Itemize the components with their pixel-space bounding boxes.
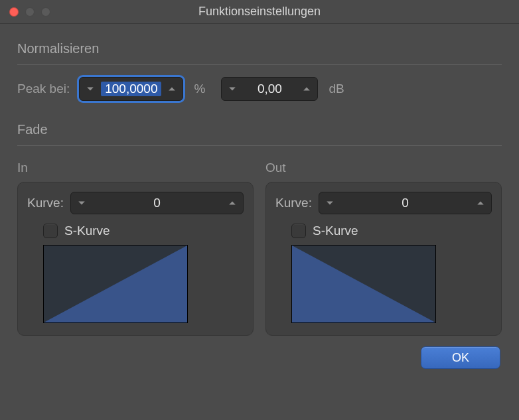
peak-db-value[interactable]: 0,00 xyxy=(243,82,296,96)
titlebar: Funktionseinstellungen xyxy=(0,0,519,24)
fade-out-scurve-row: S-Kurve xyxy=(275,224,492,238)
fade-in-box: Kurve: 0 S-Kurve xyxy=(17,182,254,336)
chevron-down-icon xyxy=(86,85,94,93)
fade-in-label: In xyxy=(17,158,254,182)
peak-percent-inc[interactable] xyxy=(161,78,183,100)
chevron-up-icon xyxy=(168,85,176,93)
peak-label: Peak bei: xyxy=(17,82,70,96)
fade-in-scurve-label: S-Kurve xyxy=(64,224,110,238)
fade-in-curve-value[interactable]: 0 xyxy=(92,196,222,210)
fade-columns: In Kurve: 0 S-Kurve xyxy=(17,158,502,336)
chevron-down-icon xyxy=(228,85,236,93)
fade-in-curve-dec[interactable] xyxy=(71,192,92,214)
fade-out-curve-value[interactable]: 0 xyxy=(340,196,470,210)
fade-out-curve-dec[interactable] xyxy=(319,192,340,214)
chevron-down-icon xyxy=(326,199,334,207)
db-unit: dB xyxy=(327,82,345,96)
fade-in-curve-stepper[interactable]: 0 xyxy=(70,192,244,214)
peak-db-dec[interactable] xyxy=(222,78,243,100)
fade-in-scurve-checkbox[interactable] xyxy=(43,224,58,238)
fade-out-curve-inc[interactable] xyxy=(470,192,491,214)
chevron-up-icon xyxy=(477,199,484,207)
peak-row: Peak bei: 100,0000 % 0,00 dB xyxy=(17,77,502,101)
ok-button[interactable]: OK xyxy=(421,346,500,369)
percent-unit: % xyxy=(192,82,206,96)
peak-percent-dec[interactable] xyxy=(80,78,101,100)
content: Normalisieren Peak bei: 100,0000 % 0,00 … xyxy=(0,24,519,384)
fade-out-scurve-label: S-Kurve xyxy=(313,224,358,238)
fade-in-curve-label: Kurve: xyxy=(27,196,64,210)
fade-out-curve-preview xyxy=(291,245,436,323)
fade-out-curve-label: Kurve: xyxy=(275,196,312,210)
fade-out-scurve-checkbox[interactable] xyxy=(291,224,306,238)
chevron-down-icon xyxy=(78,199,86,207)
fade-out-column: Out Kurve: 0 S-Kurv xyxy=(265,158,502,336)
fade-in-curve-inc[interactable] xyxy=(222,192,243,214)
fade-out-curve-row: Kurve: 0 xyxy=(275,192,492,214)
window-title: Funktionseinstellungen xyxy=(0,5,519,19)
fade-out-box: Kurve: 0 S-Kurve xyxy=(265,182,502,336)
peak-percent-value[interactable]: 100,0000 xyxy=(101,82,161,96)
svg-marker-0 xyxy=(44,245,187,322)
fade-out-label: Out xyxy=(265,158,502,182)
svg-marker-1 xyxy=(292,245,435,322)
fade-header: Fade xyxy=(17,118,502,146)
peak-db-stepper[interactable]: 0,00 xyxy=(221,77,318,101)
fade-in-curve-row: Kurve: 0 xyxy=(27,192,244,214)
fade-in-column: In Kurve: 0 S-Kurve xyxy=(17,158,254,336)
chevron-up-icon xyxy=(228,199,236,207)
chevron-up-icon xyxy=(303,85,311,93)
fade-out-curve-stepper[interactable]: 0 xyxy=(319,192,492,214)
fade-in-scurve-row: S-Kurve xyxy=(27,224,244,238)
fade-in-curve-preview xyxy=(43,245,188,323)
peak-db-inc[interactable] xyxy=(296,78,317,100)
normalize-header: Normalisieren xyxy=(17,37,502,65)
button-row: OK xyxy=(17,346,502,369)
peak-percent-stepper[interactable]: 100,0000 xyxy=(79,77,183,101)
